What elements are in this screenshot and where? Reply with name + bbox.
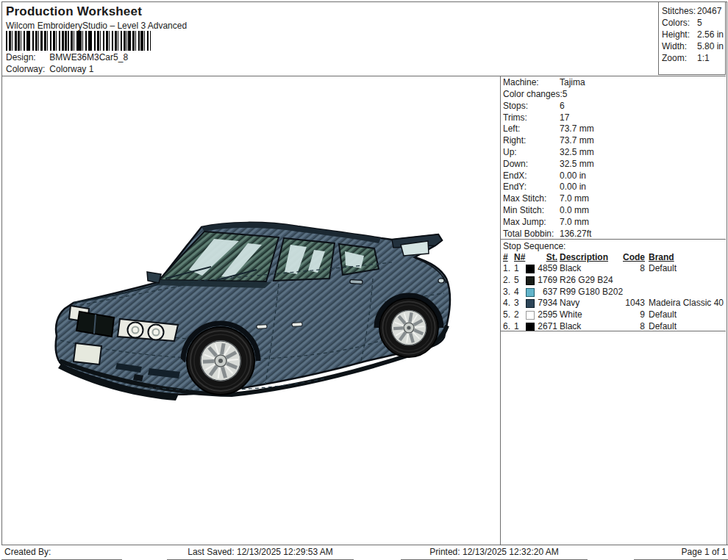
right-value: 73.7 mm [560, 135, 594, 146]
panel-divider [500, 76, 501, 545]
header-divider [1, 76, 726, 76]
design-barcode [6, 31, 151, 51]
production-worksheet-page: Production Worksheet Wilcom EmbroiderySt… [0, 0, 728, 560]
colorway-row: Colorway: Colorway 1 [6, 64, 93, 74]
width-label: Width: [662, 41, 697, 51]
footer-printed: Printed: 12/13/2025 12:32:20 AM [401, 545, 588, 560]
trims-label: Trims: [503, 112, 560, 123]
stops-value: 6 [560, 101, 565, 111]
stop-sequence-header-row: # N# St. Description Code Brand [502, 252, 727, 263]
down-label: Down: [503, 159, 560, 169]
machine-label: Machine: [503, 77, 560, 87]
design-summary-box: Stitches:20467 Colors:5 Height:2.56 in W… [658, 1, 726, 75]
height-label: Height: [662, 29, 697, 40]
colors-value: 5 [697, 18, 702, 28]
endx-value: 0.00 in [560, 170, 586, 181]
max-stitch-value: 7.0 mm [560, 193, 589, 204]
total-bobbin-value: 136.27ft [560, 229, 591, 239]
software-name: Wilcom EmbroideryStudio – Level 3 Advanc… [6, 21, 187, 31]
design-label: Design: [6, 52, 47, 62]
door-window [274, 238, 335, 281]
colorway-label: Colorway: [6, 64, 47, 74]
stop-sequence-row: 1.14859Black8Default [502, 263, 727, 274]
stop-sequence-row: 4.37934Navy1043Madeira Classic 40 [502, 298, 727, 309]
col-stitches: St. [534, 252, 557, 262]
col-brand: Brand [649, 252, 674, 262]
min-stitch-value: 0.0 mm [560, 205, 589, 215]
footer-created-by: Created By: [1, 545, 122, 560]
stop-sequence-row: 2.51769R26 G29 B24 [502, 275, 727, 286]
endy-label: EndY: [503, 182, 560, 192]
right-label: Right: [503, 135, 560, 146]
left-label: Left: [503, 123, 560, 134]
down-value: 32.5 mm [560, 159, 594, 169]
stitches-value: 20467 [697, 6, 721, 16]
max-jump-value: 7.0 mm [560, 217, 589, 227]
page-title: Production Worksheet [6, 4, 142, 19]
trims-value: 17 [560, 112, 569, 123]
design-row: Design: BMWE36M3Car5_8 [6, 52, 128, 62]
side-trim [292, 323, 302, 327]
col-description: Description [560, 252, 608, 262]
door-handle [350, 280, 363, 284]
stitches-label: Stitches: [662, 6, 697, 16]
left-value: 73.7 mm [560, 123, 594, 134]
width-value: 5.80 in [697, 41, 724, 51]
max-jump-label: Max Jump: [503, 217, 560, 227]
footer-page-number: Page 1 of 1 [634, 545, 728, 560]
min-stitch-label: Min Stitch: [503, 205, 560, 215]
endx-label: EndX: [503, 170, 560, 181]
col-num: # [503, 252, 508, 262]
col-needle: N# [514, 252, 525, 262]
col-code: Code [610, 252, 645, 262]
footer-last-saved: Last Saved: 12/13/2025 12:29:53 AM [167, 545, 354, 560]
height-value: 2.56 in [697, 29, 724, 40]
endy-value: 0.00 in [560, 182, 586, 192]
color-changes-value: 5 [563, 89, 568, 99]
total-bobbin-label: Total Bobbin: [503, 229, 560, 239]
color-changes-label: Color changes: [503, 89, 563, 99]
design-value: BMWE36M3Car5_8 [49, 52, 128, 62]
front-wheel [187, 327, 254, 395]
zoom-value: 1:1 [697, 53, 710, 63]
side-mirror [147, 272, 161, 283]
stop-sequence-bottom-border [501, 331, 726, 331]
max-stitch-label: Max Stitch: [503, 193, 560, 204]
stop-sequence-row: 3.4637R99 G180 B202 [502, 287, 727, 298]
up-label: Up: [503, 147, 560, 157]
zoom-label: Zoom: [662, 53, 697, 63]
up-value: 32.5 mm [560, 147, 594, 157]
machine-value: Tajima [560, 77, 585, 87]
rear-wheel [379, 298, 438, 357]
stop-sequence-row: 5.22595White9Default [502, 309, 727, 320]
tail-marker [438, 279, 444, 283]
license-plate [74, 343, 101, 365]
side-trim [257, 325, 267, 329]
stop-sequence-panel: Stop Sequence: # N# St. Description Code… [502, 239, 727, 331]
stops-label: Stops: [503, 101, 560, 111]
stop-sequence-title: Stop Sequence: [503, 241, 565, 251]
colors-label: Colors: [662, 18, 697, 28]
colorway-value: Colorway 1 [49, 64, 93, 74]
embroidery-design-preview [46, 215, 458, 411]
